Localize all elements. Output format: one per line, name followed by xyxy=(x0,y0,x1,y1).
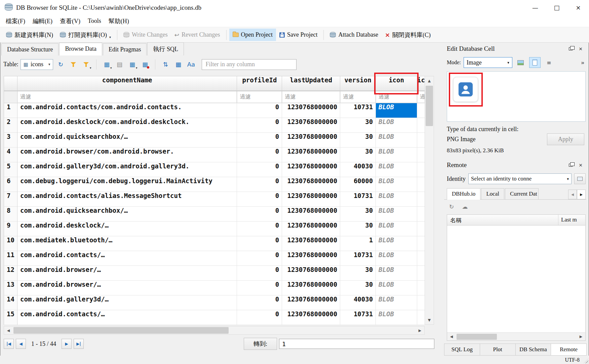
cell-lastupdated[interactable]: 1230768000000 xyxy=(282,162,340,177)
attach-database-button[interactable]: Attach Database xyxy=(326,29,381,41)
tab-scroll-left-button[interactable]: ◀ xyxy=(568,190,577,199)
undock-panel-button[interactable] xyxy=(565,44,576,53)
close-database-button[interactable]: × 關閉資料庫(C) xyxy=(382,28,434,42)
cell-componentname[interactable]: com.mediatek.bluetooth/… xyxy=(17,236,237,251)
toolbar-overflow-button[interactable]: » xyxy=(581,59,586,66)
cell-profileid[interactable]: 0 xyxy=(237,207,282,221)
cell-lastupdated[interactable]: 1230768000000 xyxy=(282,177,340,192)
cell-icon-blob[interactable]: BLOB xyxy=(376,207,417,221)
row-number-cell[interactable]: 11 xyxy=(4,251,17,266)
column-header-componentname[interactable]: componentName xyxy=(17,76,237,91)
cell-componentname[interactable]: com.android.quicksearchbox/… xyxy=(17,133,237,148)
row-number-cell[interactable]: 12 xyxy=(4,266,17,281)
cell-version[interactable]: 30 xyxy=(340,118,376,133)
menu-item[interactable]: 編輯(E) xyxy=(29,16,56,27)
last-record-button[interactable]: ▶| xyxy=(74,339,84,349)
close-panel-button[interactable]: × xyxy=(576,44,586,53)
cell-profileid[interactable]: 0 xyxy=(237,162,282,177)
remote-refresh-button[interactable]: ↻ xyxy=(447,202,456,211)
cell-lastupdated[interactable]: 1230768000000 xyxy=(282,295,340,310)
close-button[interactable]: × xyxy=(567,0,589,15)
save-project-button[interactable]: Save Project xyxy=(276,29,321,41)
print-button[interactable]: ▤ xyxy=(114,59,125,70)
write-changes-button[interactable]: Write Changes xyxy=(120,29,171,41)
cell-icon-blob[interactable]: BLOB xyxy=(376,310,417,325)
cell-version[interactable]: 40030 xyxy=(340,295,376,310)
cell-icon-blob[interactable]: BLOB xyxy=(376,118,417,133)
cell-version[interactable]: 30 xyxy=(340,207,376,221)
row-number-cell[interactable]: 8 xyxy=(4,207,17,221)
cell-profileid[interactable]: 0 xyxy=(237,266,282,281)
filter-input[interactable] xyxy=(202,59,297,70)
remote-clone-button[interactable]: ☁ xyxy=(460,202,470,211)
first-record-button[interactable]: |◀ xyxy=(4,339,14,349)
tab-database-structure[interactable]: Database Structure xyxy=(1,43,58,55)
previous-record-button[interactable]: ◀ xyxy=(16,339,26,349)
cell-version[interactable]: 1 xyxy=(340,236,376,251)
cell-partial[interactable] xyxy=(417,207,425,221)
cell-icon-blob[interactable]: BLOB xyxy=(376,162,417,177)
cell-partial[interactable] xyxy=(417,295,425,310)
cell-icon-blob[interactable]: BLOB xyxy=(376,177,417,192)
minimize-button[interactable]: — xyxy=(524,0,546,15)
cell-icon-blob[interactable]: BLOB xyxy=(376,221,417,236)
clear-filters-button[interactable] xyxy=(68,59,79,70)
cell-lastupdated[interactable]: 1230768000000 xyxy=(282,266,340,281)
cell-profileid[interactable]: 0 xyxy=(237,236,282,251)
row-number-cell[interactable]: 6 xyxy=(4,177,17,192)
menu-item[interactable]: 查看(V) xyxy=(56,16,84,27)
cell-lastupdated[interactable]: 1230768000000 xyxy=(282,221,340,236)
column-header-profileid[interactable]: profileId xyxy=(237,76,282,91)
cell-componentname[interactable]: com.android.gallery3d/com.android.galler… xyxy=(17,162,237,177)
scroll-up-icon[interactable]: ▲ xyxy=(425,76,434,85)
scroll-right-icon[interactable]: ▶ xyxy=(577,332,585,341)
dock-tab-plot[interactable]: Plot xyxy=(480,343,516,356)
menu-item[interactable]: 幫助(H) xyxy=(105,16,133,27)
filter-input-icon[interactable]: 過濾 xyxy=(376,91,417,103)
cell-componentname[interactable]: com.android.deskclock/… xyxy=(17,221,237,236)
open-database-dropdown-icon[interactable]: ▾ xyxy=(109,35,111,39)
cell-version[interactable]: 60000 xyxy=(340,177,376,192)
grid-vertical-scrollbar[interactable]: ▲ ▼ xyxy=(425,76,434,325)
column-header-icon[interactable]: icon xyxy=(376,76,417,91)
delete-record-button[interactable]: ▦ xyxy=(140,59,150,70)
new-database-button[interactable]: 新建資料庫(N) xyxy=(3,28,56,42)
remote-list-body[interactable] xyxy=(447,226,585,332)
cell-version[interactable]: 10731 xyxy=(340,103,376,118)
cell-version[interactable]: 30 xyxy=(340,133,376,148)
cell-icon-blob[interactable]: BLOB xyxy=(376,148,417,162)
filter-input-componentname[interactable]: 過濾 xyxy=(17,91,237,103)
tab-scroll-right-button[interactable]: ▶ xyxy=(577,190,586,199)
row-number-cell[interactable]: 2 xyxy=(4,118,17,133)
cell-lastupdated[interactable]: 1230768000000 xyxy=(282,310,340,325)
scroll-right-icon[interactable]: ▶ xyxy=(416,326,424,335)
cell-version[interactable]: 10731 xyxy=(340,192,376,207)
remote-tab-current-database[interactable]: Current Dat xyxy=(505,188,539,199)
undock-panel-button[interactable] xyxy=(565,161,576,169)
sort-button[interactable]: ⇅ xyxy=(160,59,171,70)
row-number-cell[interactable]: 10 xyxy=(4,236,17,251)
cell-partial[interactable] xyxy=(417,162,425,177)
cell-partial[interactable] xyxy=(417,266,425,281)
cell-icon-blob[interactable]: BLOB xyxy=(376,266,417,281)
scroll-left-icon[interactable]: ◀ xyxy=(447,332,456,341)
cell-lastupdated[interactable]: 1230768000000 xyxy=(282,251,340,266)
remote-scrollbar-thumb[interactable] xyxy=(457,334,497,340)
cell-version[interactable]: 10731 xyxy=(340,251,376,266)
word-wrap-button[interactable]: ≡ xyxy=(543,57,555,68)
cell-profileid[interactable]: 0 xyxy=(237,192,282,207)
columns-button[interactable]: ▦ xyxy=(173,59,184,70)
cell-partial[interactable] xyxy=(417,177,425,192)
refresh-button[interactable]: ↻ xyxy=(55,59,66,70)
cell-partial[interactable] xyxy=(417,148,425,162)
row-number-cell[interactable]: 1 xyxy=(4,103,17,118)
cell-componentname[interactable]: com.android.contacts/com.android.contact… xyxy=(17,103,237,118)
import-identity-button[interactable] xyxy=(574,173,586,184)
row-number-cell[interactable]: 14 xyxy=(4,295,17,310)
row-number-cell[interactable]: 5 xyxy=(4,162,17,177)
filter-input-partial[interactable]: 過濾 xyxy=(417,91,425,103)
grid-horizontal-scrollbar[interactable]: ◀ ▶ xyxy=(4,326,425,335)
cell-componentname[interactable]: com.android.quicksearchbox/… xyxy=(17,207,237,221)
next-record-button[interactable]: ▶ xyxy=(62,339,72,349)
cell-lastupdated[interactable]: 1230768000000 xyxy=(282,118,340,133)
